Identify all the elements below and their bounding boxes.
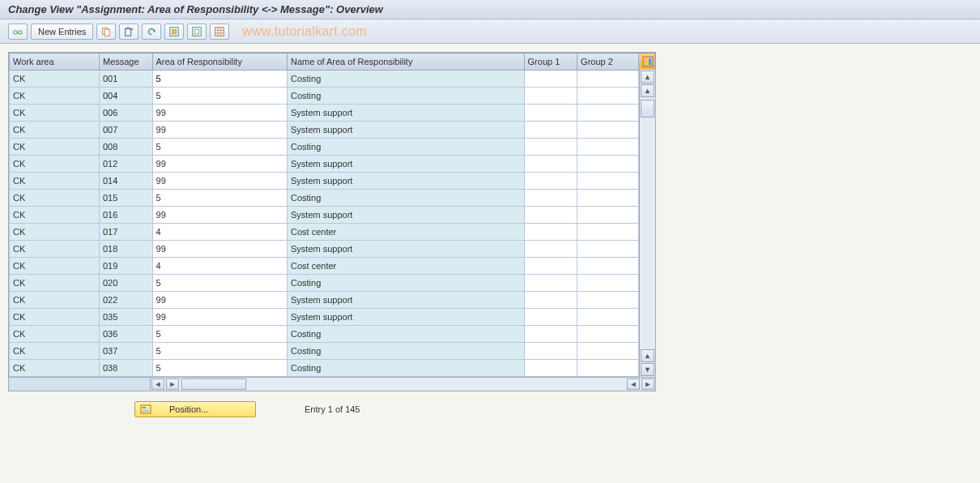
table-row[interactable]: CK01899System support bbox=[10, 241, 655, 258]
cell-group2[interactable] bbox=[577, 309, 639, 326]
cell-group1[interactable] bbox=[524, 207, 577, 224]
vertical-scrollbar[interactable]: ▲ ▲ ▲ ▼ bbox=[639, 70, 655, 377]
cell-aor[interactable]: 4 bbox=[152, 258, 287, 275]
cell-aor[interactable]: 99 bbox=[152, 173, 287, 190]
table-row[interactable]: CK0155Costing bbox=[10, 190, 655, 207]
cell-aor[interactable]: 99 bbox=[152, 156, 287, 173]
table-row[interactable]: CK01299System support bbox=[10, 156, 655, 173]
cell-aor[interactable]: 99 bbox=[152, 122, 287, 139]
cell-group1[interactable] bbox=[524, 343, 577, 360]
scroll-down-arrow[interactable]: ▼ bbox=[641, 363, 654, 376]
table-row[interactable]: CK0205Costing bbox=[10, 275, 655, 292]
cell-aor[interactable]: 5 bbox=[152, 139, 287, 156]
configure-button[interactable] bbox=[210, 24, 229, 40]
cell-group2[interactable] bbox=[577, 88, 639, 105]
cell-aor[interactable]: 5 bbox=[152, 360, 287, 377]
cell-group1[interactable] bbox=[524, 122, 577, 139]
cell-group1[interactable] bbox=[524, 224, 577, 241]
cell-group1[interactable] bbox=[524, 309, 577, 326]
col-header-config[interactable] bbox=[638, 53, 654, 71]
cell-group2[interactable] bbox=[577, 241, 639, 258]
cell-group2[interactable] bbox=[577, 292, 639, 309]
cell-aor[interactable]: 5 bbox=[152, 190, 287, 207]
deselect-all-button[interactable] bbox=[187, 24, 207, 40]
table-row[interactable]: CK01699System support bbox=[10, 207, 655, 224]
cell-aor[interactable]: 5 bbox=[152, 326, 287, 343]
cell-group2[interactable] bbox=[577, 190, 639, 207]
cell-aor[interactable]: 99 bbox=[152, 207, 287, 224]
copy-button[interactable] bbox=[96, 24, 116, 40]
cell-group2[interactable] bbox=[577, 326, 639, 343]
table-row[interactable]: CK02299System support bbox=[10, 292, 655, 309]
scroll-up-arrow[interactable]: ▲ bbox=[641, 71, 654, 83]
table-row[interactable]: CK0365Costing bbox=[10, 326, 655, 343]
hscroll-right-arrow[interactable]: ► bbox=[166, 378, 179, 390]
cell-group2[interactable] bbox=[577, 173, 639, 190]
cell-group1[interactable] bbox=[524, 105, 577, 122]
hscroll-right-arrow-2[interactable]: ► bbox=[641, 378, 654, 390]
cell-aor[interactable]: 5 bbox=[152, 343, 287, 360]
cell-group1[interactable] bbox=[524, 190, 577, 207]
cell-group2[interactable] bbox=[577, 224, 639, 241]
cell-group2[interactable] bbox=[577, 71, 639, 88]
col-header-aor[interactable]: Area of Responsibility bbox=[152, 53, 287, 71]
cell-aor[interactable]: 5 bbox=[152, 88, 287, 105]
table-row[interactable]: CK03599System support bbox=[10, 309, 655, 326]
cell-aor[interactable]: 99 bbox=[152, 309, 287, 326]
table-row[interactable]: CK0194Cost center bbox=[10, 258, 655, 275]
select-all-button[interactable] bbox=[164, 24, 184, 40]
hscroll-left-arrow-2[interactable]: ◄ bbox=[627, 378, 640, 390]
cell-group1[interactable] bbox=[524, 326, 577, 343]
hscroll-thumb[interactable] bbox=[181, 378, 246, 390]
table-row[interactable]: CK00799System support bbox=[10, 122, 655, 139]
cell-group2[interactable] bbox=[577, 343, 639, 360]
cell-group1[interactable] bbox=[524, 360, 577, 377]
cell-group2[interactable] bbox=[577, 122, 639, 139]
position-button[interactable]: Position... bbox=[134, 401, 256, 417]
cell-group2[interactable] bbox=[577, 139, 639, 156]
hscroll-left-arrow[interactable]: ◄ bbox=[151, 378, 164, 390]
cell-aor[interactable]: 99 bbox=[152, 105, 287, 122]
cell-group2[interactable] bbox=[577, 258, 639, 275]
cell-group1[interactable] bbox=[524, 241, 577, 258]
cell-group1[interactable] bbox=[524, 139, 577, 156]
col-header-group2[interactable]: Group 2 bbox=[577, 53, 639, 71]
table-row[interactable]: CK01499System support bbox=[10, 173, 655, 190]
cell-group1[interactable] bbox=[524, 156, 577, 173]
cell-group2[interactable] bbox=[577, 105, 639, 122]
col-header-message[interactable]: Message bbox=[99, 53, 152, 71]
cell-group2[interactable] bbox=[577, 360, 639, 377]
aor-input[interactable] bbox=[156, 74, 283, 83]
scroll-down-arrow-2[interactable]: ▲ bbox=[641, 349, 654, 362]
cell-group1[interactable] bbox=[524, 173, 577, 190]
cell-group1[interactable] bbox=[524, 71, 577, 88]
table-row[interactable]: CK0085Costing bbox=[10, 139, 655, 156]
table-row[interactable]: CK001Costing bbox=[10, 71, 655, 88]
horizontal-scrollbar[interactable]: ◄ ► ◄ ► bbox=[9, 377, 655, 391]
undo-button[interactable] bbox=[142, 24, 161, 40]
col-header-name[interactable]: Name of Area of Responsibility bbox=[287, 53, 524, 71]
cell-group1[interactable] bbox=[524, 258, 577, 275]
scroll-up-arrow-2[interactable]: ▲ bbox=[641, 84, 654, 97]
table-row[interactable]: CK0045Costing bbox=[10, 88, 655, 105]
new-entries-button[interactable]: New Entries bbox=[31, 24, 93, 40]
col-header-group1[interactable]: Group 1 bbox=[524, 53, 577, 71]
table-row[interactable]: CK0375Costing bbox=[10, 343, 655, 360]
cell-group1[interactable] bbox=[524, 88, 577, 105]
cell-group1[interactable] bbox=[524, 292, 577, 309]
table-row[interactable]: CK0174Cost center bbox=[10, 224, 655, 241]
cell-aor[interactable]: 4 bbox=[152, 224, 287, 241]
cell-group2[interactable] bbox=[577, 275, 639, 292]
delete-button[interactable] bbox=[119, 24, 138, 40]
table-row[interactable]: CK00699System support bbox=[10, 105, 655, 122]
table-row[interactable]: CK0385Costing bbox=[10, 360, 655, 377]
cell-group1[interactable] bbox=[524, 275, 577, 292]
cell-aor[interactable]: 99 bbox=[152, 241, 287, 258]
cell-group2[interactable] bbox=[577, 156, 639, 173]
scroll-thumb[interactable] bbox=[641, 100, 654, 118]
cell-aor[interactable]: 5 bbox=[152, 275, 287, 292]
cell-group2[interactable] bbox=[577, 207, 639, 224]
cell-aor[interactable] bbox=[152, 71, 287, 88]
toggle-detail-button[interactable] bbox=[8, 24, 28, 40]
col-header-work-area[interactable]: Work area bbox=[10, 53, 100, 71]
